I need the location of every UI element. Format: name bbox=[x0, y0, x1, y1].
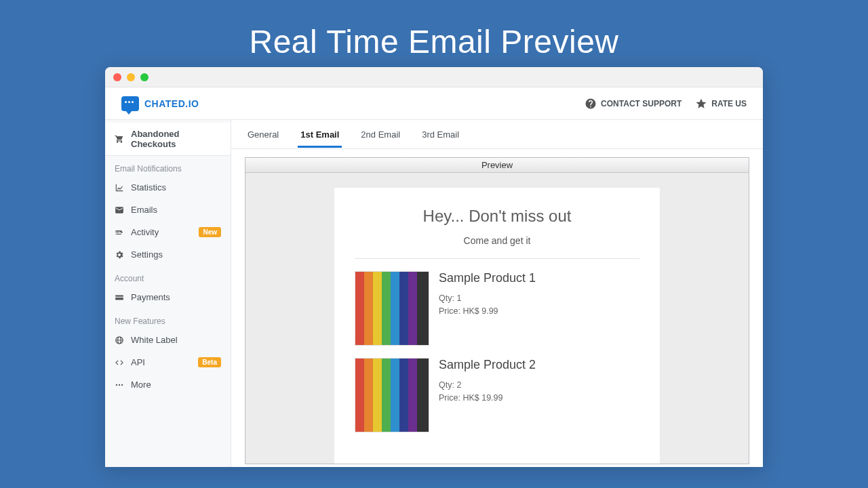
sidebar-item-activity[interactable]: Activity New bbox=[105, 221, 231, 243]
email-body: Hey... Don't miss out Come and get it Sa… bbox=[334, 188, 660, 464]
sidebar-section-email: Email Notifications bbox=[105, 156, 231, 176]
product-qty: Qty: 2 bbox=[439, 379, 536, 392]
help-icon bbox=[585, 98, 597, 110]
sidebar-item-label: Activity bbox=[131, 227, 159, 237]
cart-icon bbox=[115, 134, 124, 144]
new-badge: New bbox=[199, 227, 221, 237]
preview-panel: Preview Hey... Don't miss out Come and g… bbox=[231, 149, 763, 467]
svg-point-1 bbox=[119, 384, 120, 385]
sidebar-item-abandoned-checkouts[interactable]: Abandoned Checkouts bbox=[105, 123, 231, 156]
preview-header: Preview bbox=[245, 158, 749, 173]
sidebar-item-label: White Label bbox=[131, 335, 178, 345]
window-close-icon[interactable] bbox=[113, 73, 121, 81]
product-qty: Qty: 1 bbox=[439, 292, 536, 305]
preview-box: Preview Hey... Don't miss out Come and g… bbox=[245, 157, 749, 464]
sidebar-item-label: Payments bbox=[131, 292, 170, 302]
brand-name: CHATED.IO bbox=[144, 98, 199, 109]
sidebar-item-label: Abandoned Checkouts bbox=[131, 129, 221, 149]
brand[interactable]: CHATED.IO bbox=[121, 96, 199, 111]
contact-support-label: CONTACT SUPPORT bbox=[601, 99, 682, 108]
sidebar-item-emails[interactable]: Emails bbox=[105, 199, 231, 221]
sidebar-item-statistics[interactable]: Statistics bbox=[105, 176, 231, 199]
sidebar-item-label: More bbox=[131, 380, 151, 390]
brand-logo-icon bbox=[121, 96, 139, 111]
rate-us-button[interactable]: RATE US bbox=[695, 98, 747, 110]
app-window: CHATED.IO CONTACT SUPPORT RATE US Abando… bbox=[105, 67, 763, 467]
sidebar-item-label: API bbox=[131, 357, 145, 367]
email-divider bbox=[355, 258, 639, 259]
sidebar-item-api[interactable]: API Beta bbox=[105, 351, 231, 373]
more-icon bbox=[115, 380, 124, 390]
tab-general[interactable]: General bbox=[245, 121, 281, 148]
sidebar-item-label: Emails bbox=[131, 205, 157, 215]
product-price: Price: HK$ 19.99 bbox=[439, 392, 536, 405]
sidebar-item-white-label[interactable]: White Label bbox=[105, 329, 231, 351]
sidebar-section-new-features: New Features bbox=[105, 308, 231, 329]
product-row: Sample Product 2 Qty: 2 Price: HK$ 19.99 bbox=[355, 358, 639, 432]
payments-icon bbox=[115, 293, 124, 302]
product-image-icon bbox=[355, 271, 429, 346]
code-icon bbox=[115, 358, 124, 367]
activity-icon bbox=[115, 228, 124, 237]
product-image-icon bbox=[355, 358, 429, 432]
rate-us-label: RATE US bbox=[711, 99, 747, 108]
svg-point-0 bbox=[116, 384, 117, 385]
topbar: CHATED.IO CONTACT SUPPORT RATE US bbox=[105, 87, 763, 120]
hero-title: Real Time Email Preview bbox=[0, 0, 868, 67]
product-name: Sample Product 1 bbox=[439, 271, 536, 285]
window-zoom-icon[interactable] bbox=[140, 73, 149, 81]
product-name: Sample Product 2 bbox=[439, 358, 536, 372]
svg-point-2 bbox=[121, 384, 123, 385]
sidebar-item-settings[interactable]: Settings bbox=[105, 243, 231, 266]
topbar-actions: CONTACT SUPPORT RATE US bbox=[585, 98, 747, 110]
product-price: Price: HK$ 9.99 bbox=[439, 305, 536, 318]
tab-second-email[interactable]: 2nd Email bbox=[358, 121, 403, 148]
gear-icon bbox=[115, 250, 124, 260]
sidebar-section-account: Account bbox=[105, 266, 231, 286]
email-subheading: Come and get it bbox=[355, 235, 639, 246]
email-tabs: General 1st Email 2nd Email 3rd Email bbox=[231, 120, 763, 149]
sidebar-item-payments[interactable]: Payments bbox=[105, 286, 231, 308]
envelope-icon bbox=[115, 205, 124, 215]
contact-support-button[interactable]: CONTACT SUPPORT bbox=[585, 98, 682, 110]
beta-badge: Beta bbox=[198, 357, 221, 367]
email-heading: Hey... Don't miss out bbox=[355, 207, 639, 226]
star-icon bbox=[695, 98, 707, 110]
sidebar-item-label: Statistics bbox=[131, 182, 166, 192]
tab-third-email[interactable]: 3rd Email bbox=[419, 121, 462, 148]
tab-first-email[interactable]: 1st Email bbox=[298, 121, 342, 148]
email-canvas: Hey... Don't miss out Come and get it Sa… bbox=[245, 173, 749, 464]
sidebar-item-more[interactable]: More bbox=[105, 373, 231, 396]
main-content: General 1st Email 2nd Email 3rd Email Pr… bbox=[231, 120, 763, 467]
product-row: Sample Product 1 Qty: 1 Price: HK$ 9.99 bbox=[355, 271, 639, 346]
window-titlebar bbox=[105, 67, 763, 87]
window-minimize-icon[interactable] bbox=[127, 73, 135, 81]
sidebar: Abandoned Checkouts Email Notifications … bbox=[105, 120, 231, 467]
globe-icon bbox=[115, 336, 124, 345]
sidebar-item-label: Settings bbox=[131, 249, 163, 260]
chart-icon bbox=[115, 183, 124, 192]
